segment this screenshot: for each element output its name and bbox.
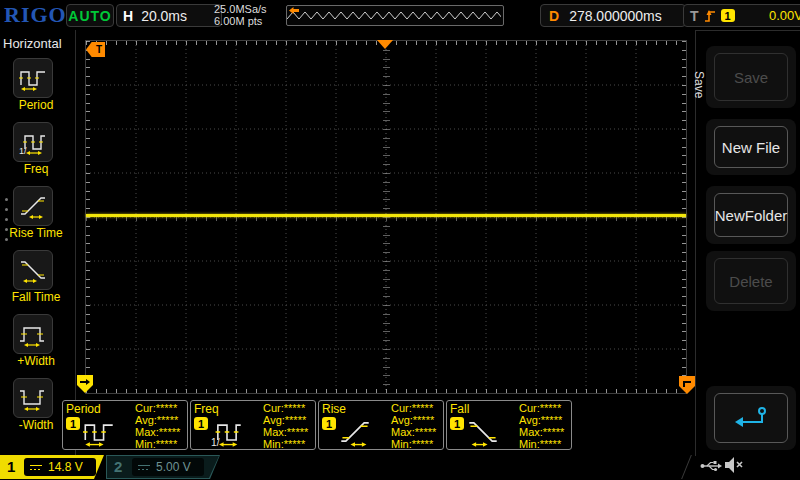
back-button[interactable]: [706, 386, 796, 450]
trigger-source-badge: 1: [721, 9, 735, 22]
memory-depth: 6.00M pts: [214, 15, 267, 27]
horizontal-scale-display: H 20.0ms: [116, 4, 222, 27]
measure-item-rise-time-label: Rise Time: [0, 226, 72, 240]
measure-item-fall-time-label: Fall Time: [0, 290, 72, 304]
new-file-button[interactable]: New File: [706, 119, 796, 175]
measure-item-freq[interactable]: 1/: [13, 122, 53, 162]
measure-item-minus-width[interactable]: [13, 378, 53, 418]
svg-text:1/: 1/: [211, 437, 220, 448]
dc-coupling-icon: [138, 465, 150, 470]
oscilloscope-screen: RIGOL AUTO H 20.0ms 25.0MSa/s 6.00M pts …: [0, 0, 800, 480]
measure-category-title: Horizontal: [3, 36, 62, 51]
trigger-level-value: 0.00V: [769, 8, 800, 23]
rising-edge-icon: [704, 9, 716, 23]
rise-time-icon: [335, 416, 375, 448]
measurement-name: Freq: [194, 402, 219, 416]
new-file-button-label: New File: [714, 126, 788, 168]
fall-time-icon: [463, 416, 503, 448]
measure-item-freq-label: Freq: [0, 162, 72, 176]
delete-button: Delete: [706, 251, 796, 311]
measure-item-plus-width-label: +Width: [0, 354, 72, 368]
measurement-channel-badge: 1: [66, 417, 80, 430]
plus-width-icon: [19, 320, 47, 348]
run-status-badge: AUTO: [66, 4, 114, 27]
measurement-stats: Cur:*****Avg:***** Max:*****Min:*****: [263, 402, 308, 450]
freq-icon: 1/: [19, 128, 47, 156]
measurement-channel-badge: 1: [450, 417, 464, 430]
measurement-name: Rise: [322, 402, 346, 416]
dc-coupling-icon: [30, 465, 42, 470]
menu-scroll-dot: [5, 218, 8, 221]
new-folder-button-label: NewFolder: [714, 193, 788, 237]
measurement-channel-badge: 1: [194, 417, 208, 430]
freq-icon: 1/: [207, 416, 247, 448]
measure-item-plus-width[interactable]: [13, 314, 53, 354]
channel1-scale: 14.8 V: [48, 460, 83, 474]
sample-rate: 25.0MSa/s: [214, 3, 267, 15]
measurement-stats: Cur:*****Avg:***** Max:*****Min:*****: [135, 402, 180, 450]
horizontal-scale-value: 20.0ms: [141, 8, 187, 24]
measure-item-fall-time[interactable]: [13, 250, 53, 290]
return-arrow-icon: [734, 407, 768, 429]
measurement-box-rise[interactable]: Rise 1 Cur:*****Avg:***** Max:*****Min:*…: [318, 400, 444, 450]
measure-item-rise-time[interactable]: [13, 186, 53, 226]
save-button-label: Save: [714, 53, 788, 101]
trigger-label: T: [690, 8, 699, 24]
save-button: Save: [706, 46, 796, 108]
speaker-muted-icon: [724, 456, 744, 474]
channel1-tab[interactable]: 1 14.8 V: [0, 455, 104, 479]
measurement-name: Fall: [450, 402, 469, 416]
measurement-box-period[interactable]: Period 1 Cur:*****Avg:***** Max:*****Min…: [62, 400, 188, 450]
waveform-preview-bar: [286, 5, 504, 26]
measurement-channel-badge: 1: [322, 417, 336, 430]
acquisition-info: 25.0MSa/s 6.00M pts: [214, 3, 267, 27]
measurement-box-fall[interactable]: Fall 1 Cur:*****Avg:***** Max:*****Min:*…: [446, 400, 572, 450]
measurement-box-freq[interactable]: Freq 1 1/ Cur:*****Avg:***** Max:*****Mi…: [190, 400, 316, 450]
measurement-stats: Cur:*****Avg:***** Max:*****Min:*****: [519, 402, 564, 450]
preview-waveform-icon: [287, 6, 501, 23]
new-folder-button[interactable]: NewFolder: [706, 186, 796, 244]
trigger-info-display: T 1 0.00V: [683, 4, 800, 27]
horizontal-scale-label: H: [123, 8, 133, 24]
horizontal-position-display: D 278.000000ms: [540, 4, 686, 27]
channel1-number: 1: [7, 458, 15, 475]
waveform-trace: [86, 214, 686, 217]
svg-text:1/: 1/: [19, 146, 27, 156]
usb-icon: [700, 458, 722, 474]
measurement-stats: Cur:*****Avg:***** Max:*****Min:*****: [391, 402, 436, 450]
measurement-name: Period: [66, 402, 101, 416]
delay-value: 278.000000ms: [569, 8, 662, 24]
fall-time-icon: [19, 256, 47, 284]
rise-time-icon: [19, 192, 47, 220]
channel2-scale: 5.00 V: [156, 460, 191, 474]
period-icon: [19, 64, 47, 92]
measure-item-period[interactable]: [13, 58, 53, 98]
waveform-display-grid: [85, 40, 687, 394]
period-icon: [79, 416, 119, 448]
minus-width-icon: [19, 384, 47, 412]
measure-item-period-label: Period: [0, 98, 72, 112]
channel2-number: 2: [114, 458, 122, 475]
menu-scroll-dot: [5, 198, 8, 201]
menu-scroll-dot: [5, 208, 8, 211]
soft-menu-title: Save: [692, 60, 706, 110]
delay-label: D: [549, 8, 559, 24]
delete-button-label: Delete: [714, 258, 788, 304]
channel2-tab[interactable]: 2 5.00 V: [106, 455, 220, 479]
